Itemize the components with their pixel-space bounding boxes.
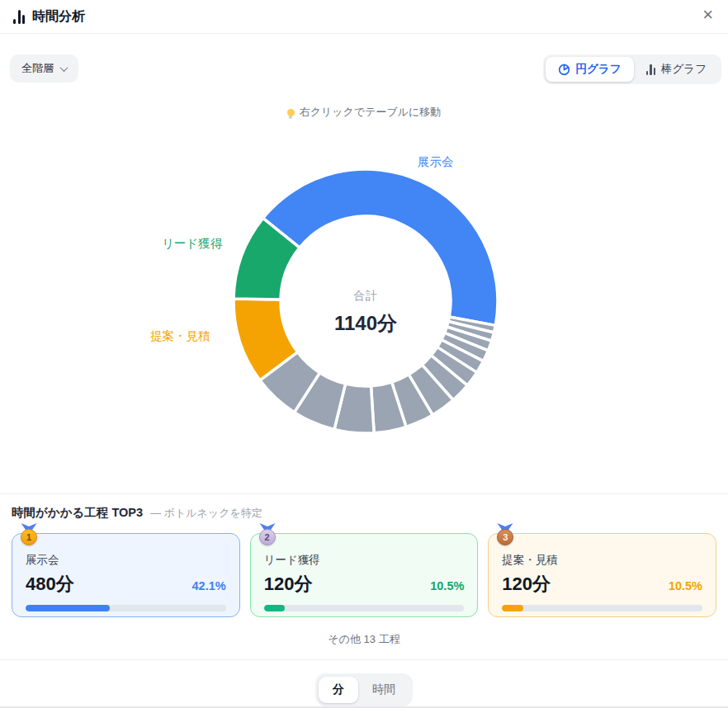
card-minutes: 120分: [264, 572, 313, 597]
medal-number: 1: [21, 529, 37, 545]
progress-fill: [26, 605, 110, 611]
chevron-down-icon: [60, 64, 69, 72]
pie-view-button[interactable]: 円グラフ: [546, 57, 634, 82]
others-note: その他 13 工程: [12, 632, 716, 647]
top3-subheading: — ボトルネックを特定: [150, 506, 262, 521]
donut-chart: 展示会 リード獲得 提案・見積 合計 1140分: [0, 119, 728, 493]
medal-rank-2: 2: [258, 523, 277, 545]
bar-chart-icon: [13, 10, 25, 24]
level-filter-label: 全階層: [21, 61, 54, 76]
chart-view-toggle: 円グラフ 棒グラフ: [543, 54, 721, 84]
card-minutes: 480分: [26, 572, 74, 597]
top3-section: 時間がかかる工程 TOP3 — ボトルネックを特定 1 展示会 480分 42.…: [0, 493, 728, 647]
donut-center-total: 合計 1140分: [3, 289, 728, 337]
controls-row: 全階層 円グラフ 棒グラフ: [0, 34, 728, 83]
hint-text: 右クリックでテーブルに移動: [300, 105, 442, 120]
card-process-name: リード獲得: [264, 553, 465, 568]
unit-option-hours[interactable]: 時間: [358, 677, 409, 703]
close-icon[interactable]: ×: [699, 2, 716, 27]
level-filter-dropdown[interactable]: 全階層: [10, 54, 78, 83]
bar-view-label: 棒グラフ: [661, 62, 707, 77]
pie-chart-icon: [558, 64, 570, 76]
medal-number: 2: [259, 529, 276, 545]
progress-fill: [264, 605, 285, 611]
card-minutes: 120分: [502, 572, 551, 597]
pie-view-label: 円グラフ: [576, 62, 622, 77]
page-title: 時間分析: [32, 8, 85, 26]
top3-heading: 時間がかかる工程 TOP3: [12, 505, 143, 521]
bar-chart-mini-icon: [646, 64, 656, 75]
top3-cards-row: 1 展示会 480分 42.1% 2 リード獲得 120分 10.5%: [12, 533, 716, 617]
top3-heading-row: 時間がかかる工程 TOP3 — ボトルネックを特定: [12, 505, 716, 521]
progress-bar: [264, 605, 465, 611]
rank-card-2[interactable]: 2 リード獲得 120分 10.5%: [250, 533, 479, 617]
unit-toggle: 分 時間: [315, 673, 413, 706]
slice-label-lead[interactable]: リード獲得: [162, 236, 222, 252]
progress-bar: [502, 605, 702, 611]
rank-card-3[interactable]: 3 提案・見積 120分 10.5%: [488, 533, 716, 617]
rank-card-1[interactable]: 1 展示会 480分 42.1%: [12, 533, 240, 617]
modal-header: 時間分析 ×: [0, 0, 728, 34]
card-percent: 10.5%: [669, 579, 702, 592]
progress-fill: [502, 605, 522, 611]
total-value: 1140分: [3, 310, 728, 337]
progress-bar: [26, 605, 226, 611]
slice-label-tenjikai[interactable]: 展示会: [418, 154, 454, 170]
medal-rank-3: 3: [496, 523, 514, 545]
card-process-name: 提案・見積: [502, 553, 702, 568]
hint-row: 右クリックでテーブルに移動: [0, 106, 728, 119]
unit-option-minutes[interactable]: 分: [319, 677, 358, 703]
card-process-name: 展示会: [26, 553, 226, 568]
total-label: 合計: [3, 289, 728, 304]
card-percent: 10.5%: [430, 579, 464, 592]
medal-number: 3: [497, 529, 513, 545]
medal-rank-1: 1: [20, 523, 38, 545]
bar-view-button[interactable]: 棒グラフ: [634, 57, 719, 82]
time-analysis-modal: { "header": { "title": "時間分析", "close_la…: [0, 0, 728, 708]
lightbulb-icon: [287, 109, 295, 116]
card-percent: 42.1%: [192, 579, 226, 592]
footer: 分 時間: [0, 659, 728, 708]
